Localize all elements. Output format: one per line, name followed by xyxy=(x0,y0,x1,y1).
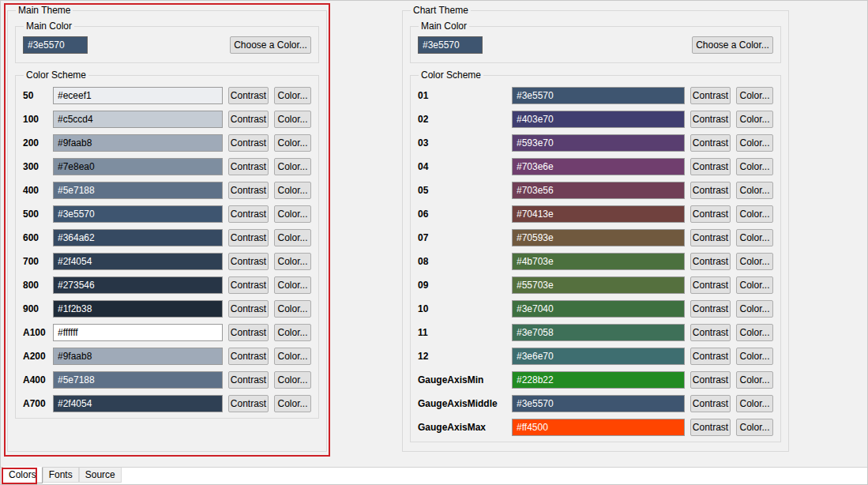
color-hex-input[interactable] xyxy=(53,229,223,246)
color-button[interactable]: Color... xyxy=(274,182,311,199)
contrast-button[interactable]: Contrast xyxy=(228,134,269,152)
contrast-button[interactable]: Contrast xyxy=(228,276,269,294)
color-hex-input[interactable] xyxy=(53,371,223,389)
color-button[interactable]: Color... xyxy=(736,182,773,199)
color-hex-input[interactable] xyxy=(53,87,223,104)
contrast-button[interactable]: Contrast xyxy=(228,111,269,128)
color-hex-input[interactable] xyxy=(53,395,223,412)
color-hex-input[interactable] xyxy=(512,205,685,223)
color-button[interactable]: Color... xyxy=(274,205,311,223)
color-hex-input[interactable] xyxy=(512,348,685,365)
contrast-button[interactable]: Contrast xyxy=(228,300,269,318)
color-hex-input[interactable] xyxy=(53,111,223,128)
contrast-button[interactable]: Contrast xyxy=(690,205,731,223)
color-button[interactable]: Color... xyxy=(274,276,311,294)
color-hex-input[interactable] xyxy=(512,87,685,104)
contrast-button[interactable]: Contrast xyxy=(690,87,731,104)
contrast-button[interactable]: Contrast xyxy=(690,371,731,389)
contrast-button[interactable]: Contrast xyxy=(228,158,269,175)
color-button[interactable]: Color... xyxy=(736,111,773,128)
choose-color-button[interactable]: Choose a Color... xyxy=(692,36,773,54)
color-button[interactable]: Color... xyxy=(736,371,773,389)
color-button[interactable]: Color... xyxy=(274,348,311,365)
color-hex-input[interactable] xyxy=(53,253,223,270)
color-scheme-row: A100ContrastColor... xyxy=(23,324,311,341)
color-scheme-row-label: 700 xyxy=(23,256,47,267)
color-hex-input[interactable] xyxy=(512,395,685,412)
color-scheme-row-label: GaugeAxisMiddle xyxy=(418,398,506,409)
color-button[interactable]: Color... xyxy=(736,229,773,246)
color-hex-input[interactable] xyxy=(512,111,685,128)
color-button[interactable]: Color... xyxy=(274,324,311,341)
color-button[interactable]: Color... xyxy=(736,134,773,152)
contrast-button[interactable]: Contrast xyxy=(228,182,269,199)
tab-source[interactable]: Source xyxy=(79,468,122,483)
contrast-button[interactable]: Contrast xyxy=(690,300,731,318)
color-button[interactable]: Color... xyxy=(736,276,773,294)
color-button[interactable]: Color... xyxy=(736,300,773,318)
color-button[interactable]: Color... xyxy=(736,158,773,175)
tab-fonts[interactable]: Fonts xyxy=(43,468,79,483)
color-hex-input[interactable] xyxy=(53,134,223,152)
contrast-button[interactable]: Contrast xyxy=(690,182,731,199)
contrast-button[interactable]: Contrast xyxy=(228,395,269,412)
color-hex-input[interactable] xyxy=(512,300,685,318)
contrast-button[interactable]: Contrast xyxy=(690,253,731,270)
contrast-button[interactable]: Contrast xyxy=(228,87,269,104)
color-hex-input[interactable] xyxy=(53,205,223,223)
color-hex-input[interactable] xyxy=(512,324,685,341)
color-scheme-row-label: 50 xyxy=(23,90,47,101)
contrast-button[interactable]: Contrast xyxy=(690,276,731,294)
color-button[interactable]: Color... xyxy=(736,324,773,341)
contrast-button[interactable]: Contrast xyxy=(228,348,269,365)
color-hex-input[interactable] xyxy=(512,371,685,389)
color-scheme-row: 04ContrastColor... xyxy=(418,158,773,175)
choose-color-button[interactable]: Choose a Color... xyxy=(230,36,311,54)
color-hex-input[interactable] xyxy=(53,324,223,341)
color-hex-input[interactable] xyxy=(53,276,223,294)
color-hex-input[interactable] xyxy=(512,253,685,270)
color-hex-input[interactable] xyxy=(512,419,685,436)
contrast-button[interactable]: Contrast xyxy=(228,205,269,223)
color-hex-input[interactable] xyxy=(53,348,223,365)
color-hex-input[interactable] xyxy=(53,300,223,318)
contrast-button[interactable]: Contrast xyxy=(690,229,731,246)
main-color-swatch[interactable] xyxy=(418,36,483,54)
contrast-button[interactable]: Contrast xyxy=(228,371,269,389)
color-hex-input[interactable] xyxy=(512,229,685,246)
color-button[interactable]: Color... xyxy=(274,134,311,152)
color-button[interactable]: Color... xyxy=(274,229,311,246)
contrast-button[interactable]: Contrast xyxy=(228,324,269,341)
color-button[interactable]: Color... xyxy=(736,205,773,223)
color-hex-input[interactable] xyxy=(512,276,685,294)
main-color-swatch[interactable] xyxy=(23,36,88,54)
color-scheme-row: 11ContrastColor... xyxy=(418,324,773,341)
contrast-button[interactable]: Contrast xyxy=(690,111,731,128)
color-button[interactable]: Color... xyxy=(274,395,311,412)
color-button[interactable]: Color... xyxy=(274,87,311,104)
color-button[interactable]: Color... xyxy=(274,158,311,175)
contrast-button[interactable]: Contrast xyxy=(690,134,731,152)
contrast-button[interactable]: Contrast xyxy=(228,253,269,270)
color-button[interactable]: Color... xyxy=(274,300,311,318)
contrast-button[interactable]: Contrast xyxy=(690,324,731,341)
color-button[interactable]: Color... xyxy=(274,253,311,270)
contrast-button[interactable]: Contrast xyxy=(690,419,731,436)
color-hex-input[interactable] xyxy=(512,182,685,199)
contrast-button[interactable]: Contrast xyxy=(690,348,731,365)
color-button[interactable]: Color... xyxy=(736,348,773,365)
contrast-button[interactable]: Contrast xyxy=(228,229,269,246)
color-hex-input[interactable] xyxy=(512,134,685,152)
color-button[interactable]: Color... xyxy=(736,253,773,270)
color-hex-input[interactable] xyxy=(53,158,223,175)
color-button[interactable]: Color... xyxy=(736,87,773,104)
contrast-button[interactable]: Contrast xyxy=(690,158,731,175)
color-button[interactable]: Color... xyxy=(274,111,311,128)
color-hex-input[interactable] xyxy=(512,158,685,175)
color-button[interactable]: Color... xyxy=(736,395,773,412)
tab-colors[interactable]: Colors xyxy=(2,467,43,483)
color-hex-input[interactable] xyxy=(53,182,223,199)
contrast-button[interactable]: Contrast xyxy=(690,395,731,412)
color-button[interactable]: Color... xyxy=(736,419,773,436)
color-button[interactable]: Color... xyxy=(274,371,311,389)
